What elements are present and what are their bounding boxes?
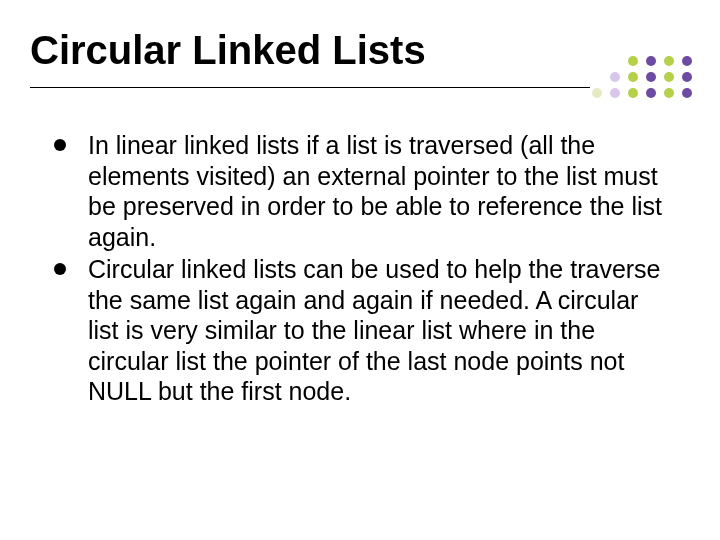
dots-row-2 — [572, 72, 692, 82]
bullet-text: Circular linked lists can be used to hel… — [88, 254, 670, 407]
dot-icon — [682, 88, 692, 98]
dot-icon — [628, 88, 638, 98]
bullet-text: In linear linked lists if a list is trav… — [88, 130, 670, 252]
dot-icon — [664, 56, 674, 66]
dot-icon — [628, 72, 638, 82]
dot-icon — [646, 72, 656, 82]
bullet-icon — [54, 139, 66, 151]
dot-icon — [646, 56, 656, 66]
dot-icon — [610, 72, 620, 82]
dot-icon — [646, 88, 656, 98]
slide: Circular Linked Lists In lin — [0, 0, 720, 540]
dot-icon — [628, 56, 638, 66]
dots-row-1 — [572, 56, 692, 66]
content-area: In linear linked lists if a list is trav… — [50, 130, 670, 409]
dot-icon — [592, 88, 602, 98]
title-underline — [30, 87, 590, 88]
bullet-item: In linear linked lists if a list is trav… — [50, 130, 670, 252]
bullet-icon — [54, 263, 66, 275]
bullet-item: Circular linked lists can be used to hel… — [50, 254, 670, 407]
dot-icon — [664, 72, 674, 82]
dot-icon — [682, 72, 692, 82]
dots-row-3 — [572, 88, 692, 98]
dot-icon — [682, 56, 692, 66]
corner-dots-decoration — [572, 56, 692, 112]
dot-icon — [664, 88, 674, 98]
dot-icon — [610, 88, 620, 98]
